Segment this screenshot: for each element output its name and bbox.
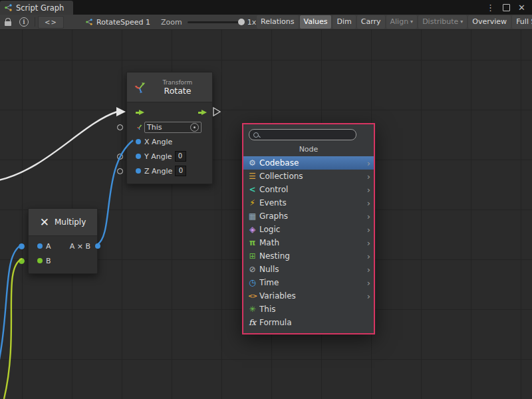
control-flow-icon: < <box>247 186 257 194</box>
search-field[interactable] <box>249 129 356 140</box>
toolbar-left-group: i <> <box>0 15 64 29</box>
x-angle-port-row: X Angle <box>127 134 212 149</box>
port-label: B <box>46 257 51 265</box>
graph-breadcrumb[interactable]: RotateSpeed 1 <box>85 15 150 29</box>
node-multiply[interactable]: ✕ Multiply A A × B B <box>28 208 98 274</box>
list-icon: ☰ <box>247 172 257 180</box>
relations-button[interactable]: Relations <box>257 15 299 29</box>
zoom-value: 1x <box>247 18 257 27</box>
breadcrumb-label: RotateSpeed 1 <box>96 18 150 27</box>
product-output-port[interactable] <box>95 243 100 249</box>
finder-item-nesting[interactable]: ⊞ Nesting › <box>243 249 374 263</box>
chevron-right-icon: › <box>367 239 370 247</box>
finder-item-variables[interactable]: <> Variables › <box>243 289 374 303</box>
y-angle-input-port[interactable] <box>117 154 123 160</box>
port-type-dot <box>136 154 141 159</box>
port-label: Y Angle <box>144 152 172 161</box>
distribute-dropdown[interactable]: Distribute ▾ <box>418 15 467 29</box>
transform-icon <box>136 124 143 131</box>
node-finder-popup: Node ⚙ Codebase › ☰ Collections › < Cont… <box>242 123 375 334</box>
fullscreen-button[interactable]: Full Screen <box>512 15 532 29</box>
transform-icon <box>134 80 147 94</box>
output-label: A × B <box>70 242 90 251</box>
port-type-dot <box>37 258 43 263</box>
finder-item-graphs[interactable]: ▦ Graphs › <box>243 209 374 223</box>
graph-toolbar: i <> RotateSpeed 1 Zoom 1x Relations Val… <box>0 15 532 30</box>
y-angle-port-row: Y Angle 0 <box>127 149 212 164</box>
window-controls: ⋮ ✕ <box>486 0 532 15</box>
finder-item-formula[interactable]: fx Formula <box>243 316 374 329</box>
lock-button[interactable] <box>0 15 16 29</box>
zoom-slider[interactable] <box>188 21 242 23</box>
input-b-row: B <box>29 253 97 268</box>
flow-port-row <box>127 105 212 120</box>
b-input-port[interactable] <box>19 258 25 264</box>
brackets-icon: <> <box>247 293 257 299</box>
finder-item-control[interactable]: < Control › <box>243 183 374 196</box>
maximize-icon[interactable] <box>503 4 510 11</box>
align-dropdown[interactable]: Align ▾ <box>386 15 418 29</box>
port-type-dot <box>136 168 141 174</box>
value-wire-into-b <box>4 259 22 399</box>
fx-icon: fx <box>247 319 257 327</box>
graph-icon: ▦ <box>247 212 257 220</box>
chevron-right-icon: › <box>367 292 370 301</box>
node-title: Multiply <box>55 217 86 227</box>
finder-item-logic[interactable]: ◈ Logic › <box>243 223 374 236</box>
flow-input-port[interactable] <box>136 110 144 115</box>
node-title: Rotate <box>151 86 204 96</box>
info-button[interactable]: i <box>16 15 32 29</box>
flow-wire <box>0 112 117 181</box>
finder-item-math[interactable]: π Math › <box>243 236 374 249</box>
script-graph-icon <box>4 3 13 12</box>
chevron-down-icon: ▾ <box>460 15 463 29</box>
lightning-icon: ⚡ <box>247 199 257 207</box>
chevron-right-icon: › <box>367 225 370 234</box>
tab-title: Script Graph <box>16 3 64 13</box>
clock-icon: ◷ <box>247 279 257 287</box>
this-port-row: This <box>127 120 212 134</box>
z-angle-value-field[interactable]: 0 <box>175 166 186 176</box>
more-menu-icon[interactable]: ⋮ <box>486 3 495 12</box>
toolbar-divider <box>35 17 35 27</box>
tab-script-graph[interactable]: Script Graph <box>0 1 73 15</box>
finder-item-nulls[interactable]: ⊘ Nulls › <box>243 263 374 276</box>
node-transform-rotate[interactable]: Transform Rotate <box>126 72 213 184</box>
logic-icon: ◈ <box>247 225 257 233</box>
finder-item-codebase[interactable]: ⚙ Codebase › <box>243 156 374 170</box>
node-title-block: Transform Rotate <box>151 79 212 96</box>
flow-continue-icon <box>213 108 220 116</box>
x-angle-input-port[interactable] <box>136 139 141 144</box>
node-body: This X Angle Y Angle 0 Z An <box>127 102 212 184</box>
pi-icon: π <box>247 239 257 247</box>
finder-list: ⚙ Codebase › ☰ Collections › < Control ›… <box>243 156 374 333</box>
finder-item-events[interactable]: ⚡ Events › <box>243 196 374 209</box>
object-picker-icon[interactable] <box>190 123 199 132</box>
chevron-right-icon: › <box>367 159 370 168</box>
y-angle-value-field[interactable]: 0 <box>175 151 186 162</box>
zoom-slider-knob[interactable] <box>238 19 245 25</box>
dim-button[interactable]: Dim <box>332 15 355 29</box>
finder-item-this[interactable]: ✳ This <box>243 303 374 316</box>
values-button[interactable]: Values <box>300 15 332 29</box>
this-input-port[interactable] <box>117 124 123 130</box>
port-label: X Angle <box>144 138 172 146</box>
a-input-port[interactable] <box>19 243 25 249</box>
chevron-right-icon: › <box>367 199 370 207</box>
flow-output-port[interactable] <box>198 110 207 115</box>
carry-button[interactable]: Carry <box>357 15 385 29</box>
finder-item-collections[interactable]: ☰ Collections › <box>243 170 374 183</box>
z-angle-input-port[interactable] <box>117 168 123 174</box>
close-icon[interactable]: ✕ <box>518 3 525 12</box>
nesting-icon: ⊞ <box>247 252 257 260</box>
edit-source-button[interactable]: <> <box>38 16 64 29</box>
value-wire-into-a <box>0 245 22 392</box>
finder-item-time[interactable]: ◷ Time › <box>243 276 374 289</box>
this-object-field[interactable]: This <box>144 122 201 133</box>
overview-button[interactable]: Overview <box>468 15 511 29</box>
flow-arrowhead-icon <box>116 107 126 116</box>
node-search-input[interactable] <box>262 130 352 140</box>
chevron-right-icon: › <box>367 212 370 221</box>
script-graph-icon <box>85 18 93 26</box>
node-header: ✕ Multiply <box>29 209 97 236</box>
